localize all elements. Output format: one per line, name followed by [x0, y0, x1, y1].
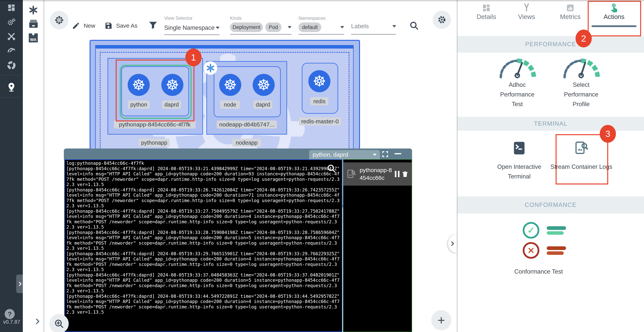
floppy-save-icon — [104, 22, 112, 30]
log-title: log:pythonapp-8454cc66c-4f7fk — [66, 161, 340, 166]
view-selector-label: View Selector — [164, 15, 220, 21]
details-grid-icon — [482, 3, 491, 12]
location-pin-icon[interactable] — [0, 81, 23, 93]
kinds-filter[interactable]: Kinds Deployment Pod — [230, 15, 292, 35]
check-circle-icon: ✓ — [523, 222, 539, 239]
metrics-bars-icon — [566, 3, 575, 12]
deployment-label: pythonapp — [139, 139, 170, 147]
log-search-icon[interactable] — [326, 164, 336, 174]
kinds-label: Kinds — [230, 15, 292, 21]
kind-chip[interactable]: Deployment — [230, 22, 263, 32]
logo-rail-expand-button[interactable] — [34, 318, 42, 326]
annotation-box-1 — [116, 59, 194, 121]
tab-metrics[interactable]: Metrics — [553, 3, 588, 20]
chevron-right-icon — [34, 318, 42, 325]
left-rail: ? v0.7.87 — [0, 0, 23, 332]
container-label: daprd — [254, 100, 272, 109]
help-button[interactable]: ? — [5, 309, 15, 319]
tools-icon[interactable] — [0, 30, 23, 42]
archive-icon[interactable] — [28, 18, 39, 30]
dapr-logo-icon[interactable] — [28, 4, 39, 17]
right-panel: Details Views Metrics Actions PERFORMANC… — [457, 0, 644, 332]
log-entry: [pythonapp-8454cc66c-4f7fk:daprd] 2024-0… — [66, 209, 340, 230]
stream-list-item[interactable]: pythonapp-8454cc66c — [344, 162, 412, 186]
chevron-right-icon — [17, 281, 23, 287]
svg-text:WA: WA — [30, 37, 36, 42]
action-label: Open Interactive Terminal — [488, 162, 550, 181]
filter-button[interactable] — [148, 21, 158, 30]
action-label: Adhoc Performance Test — [496, 80, 538, 109]
action-conformance-test[interactable]: ✓ ✕ Conformance Test — [512, 220, 593, 277]
rail-divider — [1, 75, 22, 75]
stream-name: pythonapp-8454cc66c — [360, 166, 394, 182]
kind-chip[interactable]: Pod — [265, 22, 282, 32]
search-icon — [409, 21, 419, 30]
chevron-down-icon — [373, 154, 376, 156]
graph-options-button[interactable] — [50, 11, 68, 29]
container-label: node — [220, 100, 240, 109]
settings-button[interactable] — [433, 11, 451, 29]
terminal-minimize-button[interactable] — [395, 153, 401, 154]
annotation-badge-2: 2 — [576, 29, 592, 47]
kinds-underline — [230, 34, 292, 35]
version-label: v0.7.87 — [3, 319, 20, 325]
chevron-down-icon — [216, 27, 220, 29]
section-header-terminal: TERMINAL — [457, 117, 644, 131]
view-selector-underline — [164, 34, 220, 35]
tab-views[interactable]: Views — [509, 3, 544, 20]
new-button-label: New — [84, 22, 95, 29]
namespaces-filter[interactable]: Namespaces default — [298, 15, 344, 35]
pod-name-label: nodeapp-d64b5747... — [217, 120, 277, 129]
rail-divider — [1, 97, 22, 97]
labels-filter[interactable]: Labels — [351, 23, 396, 35]
deployment-label: nodeapp — [232, 139, 261, 147]
add-button[interactable]: + — [431, 310, 451, 330]
annotation-box-2 — [588, 1, 641, 36]
settings-gears-icon[interactable] — [0, 16, 23, 28]
action-adhoc-performance-test[interactable]: Adhoc Performance Test — [496, 58, 538, 109]
stream-logs-icon — [346, 169, 356, 179]
new-button[interactable]: New — [72, 22, 95, 30]
logo-rail: WA — [23, 0, 44, 332]
pause-icon[interactable] — [394, 170, 400, 178]
fullscreen-icon — [382, 150, 389, 158]
namespace-chip[interactable]: default — [298, 22, 321, 32]
tab-details[interactable]: Details — [469, 3, 504, 20]
funnel-icon — [148, 21, 158, 30]
terminal-fullscreen-button[interactable] — [382, 150, 389, 159]
log-entry: [pythonapp-8454cc66c-4f7fk:daprd] 2024-0… — [66, 187, 340, 209]
save-as-button-label: Save As — [116, 22, 137, 29]
panel-collapse-button[interactable] — [448, 234, 457, 253]
annotation-badge-3: 3 — [600, 125, 616, 143]
gauge-meter-icon — [496, 58, 538, 79]
container-redis[interactable]: ☸ — [308, 70, 330, 92]
rail-separator — [44, 0, 44, 332]
trash-icon[interactable] — [401, 170, 409, 178]
namespaces-underline — [298, 34, 344, 35]
terminal-icon — [511, 140, 527, 156]
mesh-donut-icon[interactable] — [0, 59, 23, 71]
gauge-icon[interactable] — [0, 44, 23, 56]
action-open-interactive-terminal[interactable]: Open Interactive Terminal — [488, 140, 550, 181]
gear-icon — [438, 15, 446, 24]
log-output-pane[interactable]: log:pythonapp-8454cc66c-4f7fk [pythonapp… — [64, 159, 342, 332]
dashboard-icon[interactable] — [0, 1, 23, 14]
wasm-icon[interactable]: WA — [28, 32, 39, 44]
container-daprd[interactable]: ☸ — [253, 74, 275, 96]
log-entry: [pythonapp-8454cc66c-4f7fk:daprd] 2024-0… — [66, 294, 340, 315]
stream-list-pane: pythonapp-8454cc66c — [343, 159, 412, 332]
container-node[interactable]: ☸ — [219, 74, 241, 96]
container-selector-dropdown[interactable]: python, daprd — [309, 150, 380, 159]
container-label: redis — [310, 97, 328, 105]
zoom-in-button[interactable] — [49, 314, 69, 332]
fail-bar — [547, 251, 564, 255]
views-branch-icon — [522, 3, 531, 12]
search-button[interactable] — [409, 21, 419, 31]
action-label: Select Performance Profile — [560, 80, 602, 109]
view-selector[interactable]: View Selector Single Namespace — [164, 15, 220, 35]
action-select-performance-profile[interactable]: Select Performance Profile — [560, 58, 602, 109]
pass-bar — [547, 231, 564, 235]
pod-name-label: pythonapp-8454cc66c-4f7fk — [114, 120, 196, 129]
tab-views-label: Views — [509, 13, 544, 20]
save-as-button[interactable]: Save As — [104, 22, 138, 30]
